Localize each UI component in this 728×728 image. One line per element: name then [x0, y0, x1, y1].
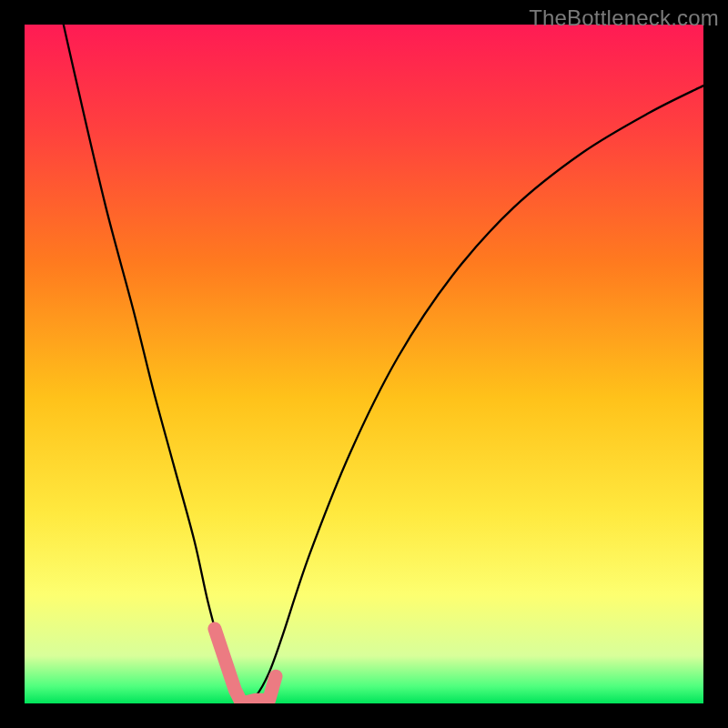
bottleneck-chart-svg — [0, 0, 728, 728]
chart-container: TheBottleneck.com — [0, 0, 728, 728]
plot-background — [25, 25, 703, 703]
watermark-text: TheBottleneck.com — [529, 5, 719, 31]
